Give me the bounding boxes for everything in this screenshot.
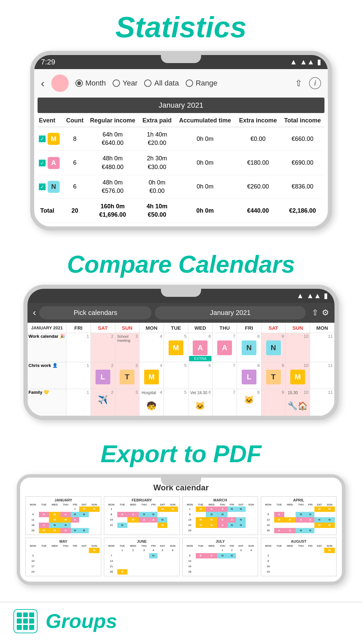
cal-day-wed: WED	[188, 323, 213, 333]
phone2-battery-icon: ▮	[324, 291, 328, 300]
back-button[interactable]: ‹	[41, 77, 45, 90]
all-data-radio[interactable]	[144, 79, 152, 87]
cal-fam-1: 1	[66, 389, 91, 416]
table-row: ✓ M 8 64h 0m€640.00 1h 40m€20.00 0h 0m €…	[38, 127, 324, 151]
phone2-signal-icon: ▲▲	[306, 291, 321, 300]
stats-table: Event Count Regular income Extra paid Ac…	[38, 114, 324, 223]
month-radio[interactable]	[75, 79, 83, 87]
checkbox-m[interactable]: ✓	[39, 136, 46, 142]
row-label-work: Work calendar 🎉	[28, 333, 66, 362]
range-label: Range	[196, 79, 218, 88]
emoji-tools: 🔧🏠	[286, 401, 309, 411]
side-btn-p3-2	[343, 557, 345, 577]
pdf-month-jun: JUNE MONTUEWEDTHUFRISATSUN 123456 7N 14 …	[104, 538, 180, 576]
bottom-bar: Groups	[0, 602, 362, 640]
extra-badge: EXTRA	[189, 356, 212, 361]
side-btn-p2-2	[336, 368, 339, 388]
side-btn-left-1	[30, 95, 33, 115]
section3-heading: Export to PDF	[0, 430, 362, 474]
cal-row-family: Family 💛 1 2✈️ 3 4Hospital🧒 5 6Vet 18.30…	[28, 389, 335, 416]
cal-chris-11: 11	[310, 362, 335, 389]
checkbox-a[interactable]: ✓	[39, 160, 46, 166]
emoji-vet: 🐱	[189, 401, 212, 411]
page-title: Statistics	[0, 0, 362, 51]
total-regular: 160h 0m€1,696.00	[86, 199, 139, 223]
side-btn-2	[329, 134, 332, 154]
cal-fam-5: 5	[164, 389, 188, 416]
avatar	[51, 74, 69, 92]
cal-share-icon[interactable]: ⇧	[312, 308, 318, 317]
year-radio[interactable]	[113, 79, 120, 87]
table-row: ✓ A 6 48h 0m€480.00 2h 30m€30.00 0h 0m €…	[38, 151, 324, 175]
event-cell-a: ✓ A	[38, 151, 64, 175]
cal-cell-5: 5M	[164, 333, 188, 362]
event-N-8: N	[242, 340, 256, 355]
badge-m: M	[48, 133, 60, 145]
battery-icon: ▮	[317, 58, 321, 66]
emoji-plane: ✈️	[92, 395, 114, 405]
section3: Work calendar JANUARY MONTUEWEDTHUFRISAT…	[0, 474, 362, 595]
cal-day-thu: THU	[213, 323, 237, 333]
table-row: ✓ N 6 48h 0m€576.00 0h 0m€0.00 0h 0m €26…	[38, 175, 324, 199]
cal-cell-7: 7A	[213, 333, 237, 362]
row-label-chris: Chris work 👤	[28, 362, 66, 389]
side-btn-left-3	[30, 146, 33, 166]
cal-chris-5: 5	[164, 362, 188, 389]
checkbox-n[interactable]: ✓	[39, 183, 46, 190]
event-M-10c: M	[290, 370, 305, 384]
side-btn-1	[329, 109, 332, 129]
count-a: 6	[64, 151, 86, 175]
phone1-mockup: 7:29 ▲ ▲▲ ▮ ‹ Month Year All data	[30, 51, 332, 230]
cal-day-mon: MON	[139, 323, 164, 333]
logo-dot-7	[17, 625, 22, 630]
badge-a: A	[48, 157, 60, 169]
cal-day-sun2: SUN	[286, 323, 310, 333]
side-btn-p2-1	[336, 342, 339, 363]
pdf-month-apr: APRIL MONTUEWEDTHUFRISATSUN MM 5ANN 12MM…	[261, 496, 337, 535]
pick-calendars-button[interactable]: Pick calendars	[39, 306, 152, 319]
month-option[interactable]: Month	[75, 79, 106, 88]
cal-back-button[interactable]: ‹	[33, 307, 36, 318]
extra-paid-m: 1h 40m€20.00	[139, 127, 175, 151]
accumulated-a: 0h 0m	[175, 151, 235, 175]
cal-chris-8: 8L	[237, 362, 261, 389]
col-extra-income: Extra income	[236, 114, 281, 127]
cal-cell-3: 3Schoolmeeting	[115, 333, 139, 362]
pdf-month-may: MAY MONTUEWEDTHUFRISATSUN M 3 10 17 24	[25, 538, 101, 576]
all-data-option[interactable]: All data	[144, 79, 179, 88]
col-extra-paid: Extra paid	[139, 114, 175, 127]
phone2-status-bar: ▲ ▲▲ ▮	[27, 289, 335, 303]
side-btn-left-2	[30, 121, 33, 141]
cal-cell-1: 1	[66, 333, 91, 362]
total-label: Total	[38, 199, 64, 223]
share-icon[interactable]: ⇧	[295, 78, 302, 89]
year-option[interactable]: Year	[113, 79, 137, 88]
pdf-month-jan: JANUARY MONTUEWEDTHUFRISATSUN 1MM 4AMANN…	[25, 496, 101, 535]
cal-fam-4: 4Hospital🧒	[139, 389, 164, 416]
event-N-9: N	[266, 340, 281, 355]
range-radio[interactable]	[186, 79, 193, 87]
event-T-9c: T	[266, 370, 281, 384]
logo-dot-4	[17, 619, 22, 624]
info-button[interactable]: i	[309, 77, 321, 89]
pdf-month-aug: AUGUST MONTUEWEDTHUFRISATSUN M 2 9 16 23	[261, 538, 337, 576]
cal-fam-10: 1015.30🔧🏠	[286, 389, 310, 416]
emoji-hospital: 🧒	[140, 401, 163, 411]
cal-fam-3: 3	[115, 389, 139, 416]
cal-gear-icon[interactable]: ⚙	[322, 308, 329, 317]
section1: 7:29 ▲ ▲▲ ▮ ‹ Month Year All data	[0, 51, 362, 240]
col-event: Event	[38, 114, 64, 127]
cal-cell-6: 6AEXTRA	[188, 333, 213, 362]
col-count: Count	[64, 114, 86, 127]
cal-cell-8: 8N	[237, 333, 261, 362]
section2-heading: Compare Calendars	[0, 240, 362, 285]
calendar-month-button[interactable]: January 2021	[155, 306, 306, 319]
pdf-content: Work calendar JANUARY MONTUEWEDTHUFRISAT…	[20, 478, 342, 582]
cal-day-fri1: FRI	[66, 323, 91, 333]
cal-cell-10: 10	[286, 333, 310, 362]
range-option[interactable]: Range	[186, 79, 218, 88]
all-data-label: All data	[154, 79, 179, 88]
cal-cell-2: 2	[90, 333, 115, 362]
logo-dot-5	[23, 619, 28, 624]
phone2-mockup: ▲ ▲▲ ▮ ‹ Pick calendars January 2021 ⇧ ⚙…	[23, 285, 339, 420]
